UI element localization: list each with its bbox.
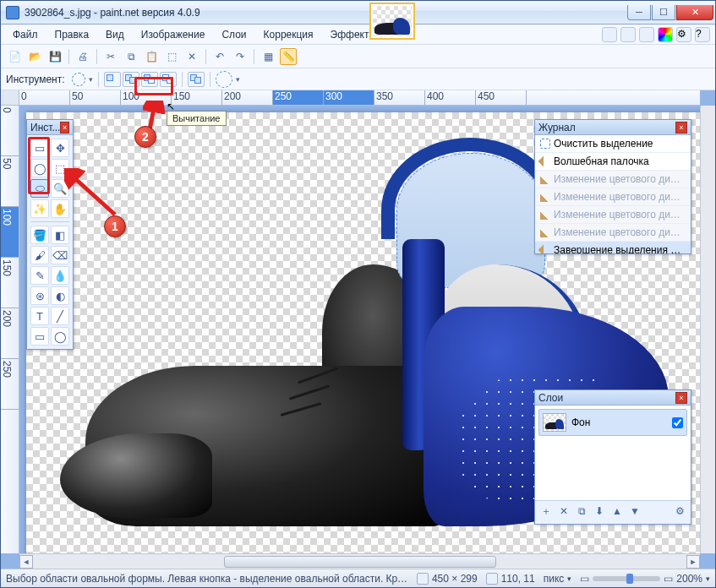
- layer-item[interactable]: Фон: [538, 409, 687, 436]
- crop-icon[interactable]: ⬚: [163, 48, 180, 65]
- layer-props-icon[interactable]: ⚙: [672, 504, 687, 519]
- panel-close-button[interactable]: ×: [675, 392, 687, 404]
- panel-close-button[interactable]: ×: [675, 122, 687, 133]
- dropdown-icon[interactable]: ▾: [89, 75, 93, 84]
- status-hint: Выбор области овальной формы. Левая кноп…: [6, 573, 408, 585]
- zoom-out-icon[interactable]: ▭: [580, 573, 589, 585]
- history-toggle-icon[interactable]: [620, 27, 636, 42]
- status-zoom[interactable]: 200%: [676, 573, 702, 585]
- scroll-right-icon[interactable]: ►: [686, 555, 700, 569]
- undo-icon[interactable]: ↶: [211, 48, 228, 65]
- history-item-label: Изменение цветового диапазона: [554, 191, 686, 203]
- tool-picker[interactable]: 💧: [51, 266, 69, 285]
- tool-move[interactable]: ✥: [51, 139, 69, 157]
- layer-up-icon[interactable]: ▲: [609, 504, 625, 519]
- minimize-button[interactable]: ─: [627, 5, 651, 20]
- dropdown-icon[interactable]: ▾: [236, 75, 240, 84]
- tool-recolor[interactable]: ◐: [51, 286, 69, 305]
- tool-clone[interactable]: ⊛: [30, 286, 49, 305]
- menu-view[interactable]: Вид: [99, 26, 131, 43]
- history-item[interactable]: Изменение цветового диапазона: [535, 188, 691, 206]
- history-item[interactable]: Изменение цветового диапазона: [535, 224, 691, 242]
- layers-toggle-icon[interactable]: [639, 27, 654, 42]
- tools-panel[interactable]: Инст...× ▭ ✥ ◯ ⬚ ⬭ 🔍 ✨ ✋ 🪣 ◧ 🖌 ⌫ ✎ 💧 ⊛ ◐…: [26, 119, 74, 350]
- close-button[interactable]: ✕: [676, 5, 713, 20]
- maximize-button[interactable]: ☐: [652, 5, 675, 20]
- history-item[interactable]: Очистить выделение: [535, 135, 691, 153]
- scroll-thumb[interactable]: [224, 556, 496, 568]
- main-toolbar: 📄 📂 💾 🖨 ✂ ⧉ 📋 ⬚ ✕ ↶ ↷ ▦ 📏: [1, 45, 715, 68]
- layer-delete-icon[interactable]: ✕: [556, 504, 571, 519]
- tool-lasso[interactable]: ◯: [30, 159, 49, 177]
- ruler-icon[interactable]: 📏: [280, 48, 297, 65]
- scroll-left-icon[interactable]: ◄: [19, 555, 33, 569]
- print-icon[interactable]: 🖨: [74, 48, 91, 65]
- history-item[interactable]: Волшебная палочка: [535, 153, 691, 171]
- tool-eraser[interactable]: ⌫: [51, 246, 69, 264]
- layer-dup-icon[interactable]: ⧉: [574, 504, 589, 519]
- history-item[interactable]: Завершение выделения палочкой: [535, 242, 691, 253]
- window-title: 3902864_s.jpg - paint.net версия 4.0.9: [25, 7, 627, 19]
- titlebar[interactable]: 3902864_s.jpg - paint.net версия 4.0.9 ─…: [1, 1, 715, 24]
- open-icon[interactable]: 📂: [26, 48, 43, 65]
- paste-icon[interactable]: 📋: [143, 48, 160, 65]
- mode-add-button[interactable]: [123, 72, 139, 87]
- menu-edit[interactable]: Правка: [48, 26, 96, 43]
- new-icon[interactable]: 📄: [6, 48, 23, 65]
- menu-file[interactable]: Файл: [6, 26, 45, 43]
- ruler-vertical: 0 50 100 150 200 250: [1, 106, 19, 553]
- tool-options-bar: Инструмент: ▾ ▾: [1, 68, 715, 90]
- layer-visible-checkbox[interactable]: [672, 417, 683, 428]
- grid-icon[interactable]: ▦: [260, 48, 276, 65]
- scrollbar-vertical[interactable]: [700, 106, 715, 553]
- layers-panel[interactable]: Слои× Фон ＋ ✕ ⧉ ⬇ ▲ ▼ ⚙: [534, 389, 691, 525]
- mode-xor-button[interactable]: [188, 72, 205, 87]
- tool-rect-select[interactable]: ▭: [30, 139, 49, 157]
- layer-add-icon[interactable]: ＋: [538, 504, 554, 519]
- status-unit[interactable]: пикс: [544, 573, 565, 585]
- panel-close-button[interactable]: ×: [60, 122, 69, 133]
- mode-replace-button[interactable]: [104, 72, 121, 87]
- zoom-slider[interactable]: [593, 576, 660, 581]
- layer-thumbnail: [543, 413, 566, 432]
- tool-fill[interactable]: 🪣: [30, 226, 49, 244]
- layer-merge-icon[interactable]: ⬇: [592, 504, 607, 519]
- tool-gradient[interactable]: ◧: [51, 226, 69, 244]
- history-panel-title: Журнал: [538, 122, 576, 133]
- tool-line[interactable]: ╱: [51, 307, 69, 325]
- tool-pan[interactable]: ✋: [51, 199, 69, 218]
- redo-icon[interactable]: ↷: [232, 48, 249, 65]
- tools-toggle-icon[interactable]: [602, 27, 617, 42]
- copy-icon[interactable]: ⧉: [123, 48, 139, 65]
- tool-ellipse-select[interactable]: ⬭: [30, 179, 49, 198]
- history-panel[interactable]: Журнал× Очистить выделениеВолшебная пало…: [534, 119, 691, 254]
- ellipse-select-icon[interactable]: [72, 73, 85, 86]
- tool-move-sel[interactable]: ⬚: [51, 159, 69, 177]
- tool-text[interactable]: T: [30, 307, 49, 325]
- colors-toggle-icon[interactable]: [658, 27, 673, 42]
- flood-mode-icon[interactable]: [216, 71, 232, 88]
- settings-icon[interactable]: ⚙: [676, 27, 691, 42]
- tool-pencil[interactable]: ✎: [30, 266, 49, 285]
- history-item[interactable]: Изменение цветового диапазона: [535, 206, 691, 224]
- history-item[interactable]: Изменение цветового диапазона: [535, 171, 691, 188]
- mode-subtract-button[interactable]: [141, 72, 158, 87]
- history-item-icon: [538, 243, 553, 253]
- menu-adjust[interactable]: Коррекция: [257, 26, 320, 43]
- tool-rect[interactable]: ▭: [30, 327, 49, 346]
- mode-intersect-button[interactable]: [160, 72, 177, 87]
- tool-zoom[interactable]: 🔍: [51, 179, 69, 198]
- save-icon[interactable]: 💾: [46, 48, 63, 65]
- tool-shape[interactable]: ◯: [51, 327, 69, 346]
- help-icon[interactable]: ?: [695, 27, 710, 42]
- zoom-in-icon[interactable]: ▭: [664, 573, 673, 585]
- document-tab[interactable]: [369, 3, 415, 40]
- cut-icon[interactable]: ✂: [102, 48, 119, 65]
- deselect-icon[interactable]: ✕: [183, 48, 200, 65]
- tool-brush[interactable]: 🖌: [30, 246, 49, 264]
- menu-layers[interactable]: Слои: [215, 26, 253, 43]
- tool-wand[interactable]: ✨: [30, 199, 49, 218]
- scrollbar-horizontal[interactable]: ◄ ►: [19, 553, 700, 569]
- layer-down-icon[interactable]: ▼: [627, 504, 642, 519]
- menu-image[interactable]: Изображение: [134, 26, 212, 43]
